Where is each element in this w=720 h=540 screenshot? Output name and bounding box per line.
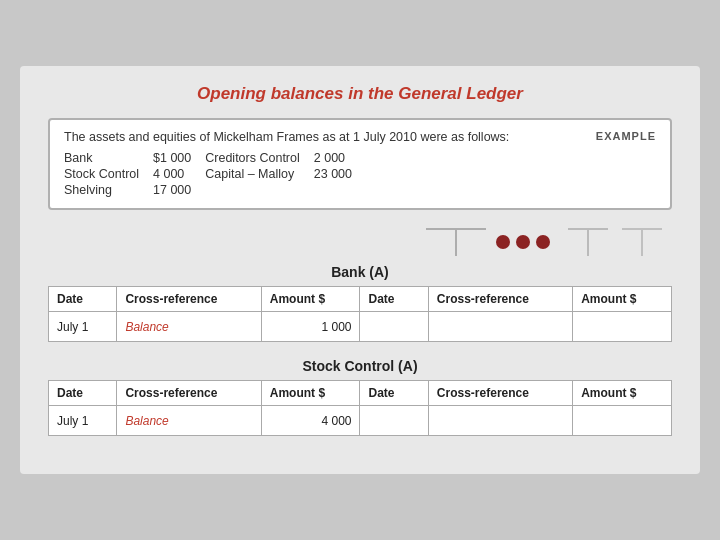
example-label: EXAMPLE [596,130,656,142]
t-shape3-icon [622,228,662,256]
stock-ledger-table: Date Cross-reference Amount $ Date Cross… [48,380,672,436]
dot-1 [496,235,510,249]
stock-header-amount1: Amount $ [261,381,360,406]
slide: Opening balances in the General Ledger T… [20,66,700,474]
bank-date2 [360,312,428,342]
item-value2: 23 000 [314,166,366,182]
stock-ledger-section: Stock Control (A) Date Cross-reference A… [48,358,672,436]
stock-cross1: Balance [117,406,261,436]
bank-header-amount2: Amount $ [573,287,672,312]
stock-header-amount2: Amount $ [573,381,672,406]
bank-header-row: Date Cross-reference Amount $ Date Cross… [49,287,672,312]
bank-header-amount1: Amount $ [261,287,360,312]
item-name: Stock Control [64,166,153,182]
stock-header-cross2: Cross-reference [428,381,572,406]
dot-3 [536,235,550,249]
t-shape2-icon [568,228,608,256]
bank-header-date2: Date [360,287,428,312]
example-box: The assets and equities of Mickelham Fra… [48,118,672,210]
stock-date2 [360,406,428,436]
stock-amount2 [573,406,672,436]
stock-header-date2: Date [360,381,428,406]
item-name2 [205,182,313,198]
stock-header-date1: Date [49,381,117,406]
item-name: Shelving [64,182,153,198]
stock-header-row: Date Cross-reference Amount $ Date Cross… [49,381,672,406]
item-value: $1 000 [153,150,205,166]
dot-2 [516,235,530,249]
item-name2: Capital – Malloy [205,166,313,182]
stock-amount1: 4 000 [261,406,360,436]
bank-header-date1: Date [49,287,117,312]
item-name: Bank [64,150,153,166]
stock-data-row: July 1 Balance 4 000 [49,406,672,436]
bank-ledger-table: Date Cross-reference Amount $ Date Cross… [48,286,672,342]
stock-date1: July 1 [49,406,117,436]
bank-ledger-section: Bank (A) Date Cross-reference Amount $ D… [48,264,672,342]
item-value2: 2 000 [314,150,366,166]
bank-amount1: 1 000 [261,312,360,342]
stock-ledger-title: Stock Control (A) [48,358,672,374]
stock-cross2 [428,406,572,436]
page-title: Opening balances in the General Ledger [48,84,672,104]
item-value2 [314,182,366,198]
bank-header-cross2: Cross-reference [428,287,572,312]
bank-data-row: July 1 Balance 1 000 [49,312,672,342]
bank-ledger-title: Bank (A) [48,264,672,280]
example-table: Bank $1 000 Creditors Control 2 000 Stoc… [64,150,366,198]
example-intro: The assets and equities of Mickelham Fra… [64,130,656,144]
bank-header-cross1: Cross-reference [117,287,261,312]
bank-cross1: Balance [117,312,261,342]
bank-amount2 [573,312,672,342]
decorative-row [48,228,672,256]
item-value: 17 000 [153,182,205,198]
table-row: Shelving 17 000 [64,182,366,198]
item-name2: Creditors Control [205,150,313,166]
table-row: Bank $1 000 Creditors Control 2 000 [64,150,366,166]
item-value: 4 000 [153,166,205,182]
table-row: Stock Control 4 000 Capital – Malloy 23 … [64,166,366,182]
stock-header-cross1: Cross-reference [117,381,261,406]
t-shape-icon [426,228,486,256]
dots-icon [496,235,550,249]
bank-date1: July 1 [49,312,117,342]
bank-cross2 [428,312,572,342]
